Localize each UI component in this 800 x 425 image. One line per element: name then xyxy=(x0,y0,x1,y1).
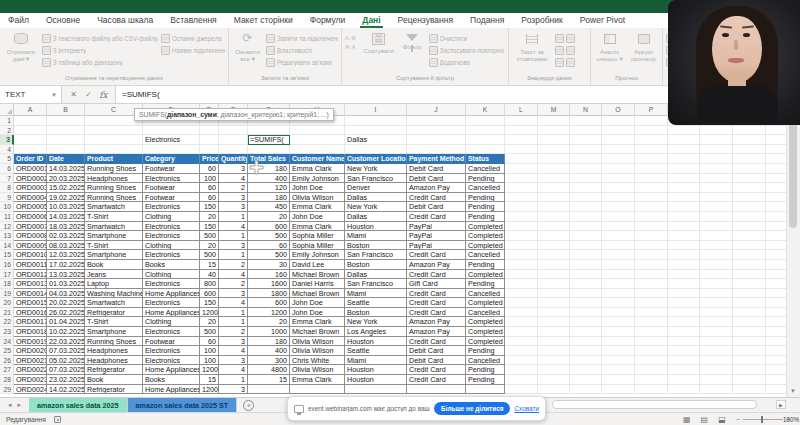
table-cell[interactable]: 20 xyxy=(200,241,219,251)
table-cell[interactable]: Home Appliances xyxy=(143,365,200,375)
table-cell[interactable]: Clothing xyxy=(143,270,200,280)
cell-I2[interactable] xyxy=(345,126,407,136)
row-header-6[interactable]: 6 xyxy=(0,164,14,174)
cell-O15[interactable] xyxy=(602,250,635,260)
cell-N29[interactable] xyxy=(570,385,602,395)
table-cell[interactable]: 3 xyxy=(219,241,248,251)
clear-filter-button[interactable]: Очистити xyxy=(429,33,505,43)
cell-N14[interactable] xyxy=(570,241,602,251)
row-header-17[interactable]: 17 xyxy=(0,270,14,280)
cell-Q17[interactable] xyxy=(668,270,700,280)
cell-R25[interactable] xyxy=(700,346,733,356)
table-cell[interactable]: Cancelled xyxy=(466,183,505,193)
table-cell[interactable]: 3 xyxy=(219,202,248,212)
cell-N20[interactable] xyxy=(570,298,602,308)
row-header-9[interactable]: 9 xyxy=(0,193,14,203)
table-cell[interactable]: Debit Card xyxy=(407,346,466,356)
cell-L7[interactable] xyxy=(505,174,538,184)
sheet-tab-amazon-sales-2025-st[interactable]: amazon sales data 2025 ST xyxy=(128,398,238,412)
cell-Q11[interactable] xyxy=(668,212,700,222)
cell-M1[interactable] xyxy=(538,116,570,126)
cell-P20[interactable] xyxy=(635,298,668,308)
ribbon-tab-дані[interactable]: Дані xyxy=(362,13,380,28)
table-cell[interactable]: 01.03.2025 xyxy=(47,279,85,289)
cell-M29[interactable] xyxy=(538,385,570,395)
cell-R22[interactable] xyxy=(700,317,733,327)
hide-notification-link[interactable]: Сховати xyxy=(514,405,539,412)
table-cell[interactable]: Electronics xyxy=(143,202,200,212)
cell-Q24[interactable] xyxy=(668,337,700,347)
page-break-view-icon[interactable]: ⬓ xyxy=(718,415,726,424)
cell-R19[interactable] xyxy=(700,289,733,299)
table-cell[interactable]: Clothing xyxy=(143,241,200,251)
horizontal-scrollbar[interactable] xyxy=(548,400,774,409)
ribbon-tab-формули[interactable]: Формули xyxy=(310,13,346,28)
table-cell[interactable]: 1600 xyxy=(248,279,290,289)
table-cell[interactable]: 4 xyxy=(219,222,248,232)
cell-Q27[interactable] xyxy=(668,365,700,375)
cell-T13[interactable] xyxy=(766,231,786,241)
column-header-O[interactable]: O xyxy=(602,104,635,116)
cell-M23[interactable] xyxy=(538,327,570,337)
table-cell[interactable]: Miami xyxy=(345,231,407,241)
table-cell[interactable]: 3 xyxy=(219,289,248,299)
cell-O27[interactable] xyxy=(602,365,635,375)
cell-L14[interactable] xyxy=(505,241,538,251)
table-cell[interactable]: 400 xyxy=(248,346,290,356)
cell-T23[interactable] xyxy=(766,327,786,337)
cell-K2[interactable] xyxy=(466,126,505,136)
cell-T19[interactable] xyxy=(766,289,786,299)
cell-J4[interactable] xyxy=(407,145,466,155)
ribbon-tab-часова-шкала[interactable]: Часова шкала xyxy=(97,13,153,28)
table-cell[interactable]: Amazon Pay xyxy=(407,260,466,270)
cell-O19[interactable] xyxy=(602,289,635,299)
cell-O1[interactable] xyxy=(602,116,635,126)
table-cell[interactable]: Running Shoes xyxy=(85,164,143,174)
cell-Q12[interactable] xyxy=(668,222,700,232)
table-cell[interactable]: 180 xyxy=(248,337,290,347)
vertical-scroll-thumb[interactable] xyxy=(789,118,797,228)
cell-M22[interactable] xyxy=(538,317,570,327)
table-cell[interactable]: Cancelled xyxy=(466,308,505,318)
cell-N9[interactable] xyxy=(570,193,602,203)
table-cell[interactable]: ORD0020 xyxy=(14,346,47,356)
cell-Q25[interactable] xyxy=(668,346,700,356)
cell-O7[interactable] xyxy=(602,174,635,184)
table-cell[interactable]: 1 xyxy=(219,375,248,385)
table-cell[interactable]: San Francisco xyxy=(345,279,407,289)
table-cell[interactable]: John Doe xyxy=(290,183,345,193)
table-cell[interactable]: Amazon Pay xyxy=(407,327,466,337)
cell-E3[interactable] xyxy=(200,135,219,145)
cell-L21[interactable] xyxy=(505,308,538,318)
cell-L28[interactable] xyxy=(505,375,538,385)
from-text-csv-button[interactable]: З текстового файлу або CSV-файлу xyxy=(42,33,158,43)
table-cell[interactable]: Footwear xyxy=(143,164,200,174)
cell-S7[interactable] xyxy=(733,174,766,184)
cell-H2[interactable] xyxy=(290,126,345,136)
table-cell[interactable]: 60 xyxy=(200,193,219,203)
table-cell[interactable]: 2 xyxy=(219,183,248,193)
row-header-7[interactable]: 7 xyxy=(0,174,14,184)
cell-M17[interactable] xyxy=(538,270,570,280)
table-cell[interactable]: 100 xyxy=(200,346,219,356)
stop-sharing-button[interactable]: Більше не ділитися xyxy=(434,402,510,415)
table-cell[interactable]: 500 xyxy=(200,231,219,241)
table-cell[interactable]: Olivia Wilson xyxy=(290,365,345,375)
cell-S10[interactable] xyxy=(733,202,766,212)
table-cell[interactable]: PayPal xyxy=(407,231,466,241)
cell-T21[interactable] xyxy=(766,308,786,318)
cell-T4[interactable] xyxy=(766,145,786,155)
table-header-date[interactable]: Date xyxy=(47,154,85,164)
table-cell[interactable]: ORD0003 xyxy=(14,183,47,193)
cell-L5[interactable] xyxy=(505,154,538,164)
cell-N19[interactable] xyxy=(570,289,602,299)
table-cell[interactable]: 1200 xyxy=(200,308,219,318)
cell-G2[interactable] xyxy=(248,126,290,136)
table-header-quantity[interactable]: Quantity xyxy=(219,154,248,164)
name-box-dropdown-icon[interactable]: ▼ xyxy=(51,92,57,98)
ribbon-tab-вставлення[interactable]: Вставлення xyxy=(170,13,216,28)
sheet-tab-amazon-sales-2025[interactable]: amazon sales data 2025 xyxy=(29,398,128,412)
table-cell[interactable]: 1200 xyxy=(248,308,290,318)
row-header-28[interactable]: 28 xyxy=(0,375,14,385)
cell-P1[interactable] xyxy=(635,116,668,126)
